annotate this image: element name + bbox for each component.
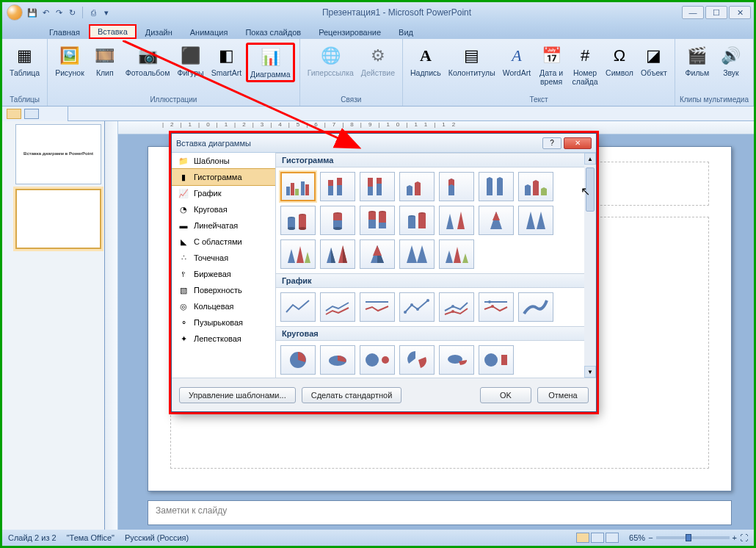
- tab-home[interactable]: Главная: [40, 26, 89, 39]
- symbol-button[interactable]: ΩСимвол: [603, 43, 636, 79]
- chart-type-clustered-cone[interactable]: [439, 206, 474, 235]
- zoom-slider[interactable]: [656, 536, 730, 539]
- qat-menu-icon[interactable]: ▾: [101, 7, 112, 18]
- cat-column[interactable]: ▮Гистограмма: [172, 168, 276, 186]
- chart-type-stacked-column[interactable]: [320, 172, 355, 201]
- cancel-button[interactable]: Отмена: [537, 387, 589, 403]
- tab-slideshow[interactable]: Показ слайдов: [236, 26, 310, 39]
- repeat-icon[interactable]: ↻: [67, 7, 77, 18]
- tab-view[interactable]: Вид: [390, 26, 422, 39]
- office-button[interactable]: [7, 4, 23, 21]
- cat-line[interactable]: 📈График: [172, 185, 275, 201]
- cat-pie[interactable]: ◔Круговая: [172, 201, 275, 217]
- cat-radar[interactable]: ✦Лепестковая: [172, 331, 275, 347]
- chart-type-clustered-cylinder[interactable]: [280, 206, 316, 235]
- cat-xy[interactable]: ∴Точечная: [172, 250, 275, 266]
- object-button[interactable]: ◪Объект: [638, 43, 670, 79]
- smartart-button[interactable]: ◧SmartArt: [208, 43, 244, 79]
- chart-type-3d-clustered-column[interactable]: [399, 172, 435, 201]
- slide-thumb-2[interactable]: [15, 189, 101, 249]
- chart-type-3d-100-stacked-column[interactable]: [479, 172, 514, 201]
- table-button[interactable]: ▦ Таблица: [7, 43, 43, 79]
- maximize-button[interactable]: ☐: [705, 6, 727, 19]
- minimize-button[interactable]: —: [682, 6, 704, 19]
- chart-type-3d-cone[interactable]: [280, 239, 316, 269]
- cat-templates[interactable]: 📁Шаблоны: [172, 153, 275, 169]
- chart-type-100-stacked-line[interactable]: [360, 292, 395, 322]
- cat-surface[interactable]: ▧Поверхность: [172, 282, 275, 298]
- set-default-button[interactable]: Сделать стандартной: [302, 387, 402, 403]
- chart-type-3d-stacked-column[interactable]: [439, 172, 474, 201]
- chart-type-3d-cylinder[interactable]: [399, 206, 435, 235]
- dialog-help-button[interactable]: ?: [542, 137, 561, 149]
- tab-insert[interactable]: Вставка: [89, 24, 137, 39]
- hyperlink-button[interactable]: 🌐Гиперссылка: [305, 43, 357, 79]
- dialog-close-button[interactable]: ✕: [564, 137, 592, 149]
- slide-thumb-1[interactable]: Вставка диаграмм в PowerPoint: [15, 124, 101, 184]
- view-normal-icon[interactable]: [576, 533, 589, 543]
- chart-type-stacked-cone[interactable]: [479, 206, 514, 235]
- save-icon[interactable]: 💾: [27, 7, 37, 18]
- view-sorter-icon[interactable]: [591, 533, 604, 543]
- cat-bubble[interactable]: ⚬Пузырьковая: [172, 314, 275, 331]
- cat-doughnut[interactable]: ◎Кольцевая: [172, 298, 275, 314]
- manage-templates-button[interactable]: Управление шаблонами...: [179, 387, 296, 403]
- print-icon[interactable]: ⎙: [88, 7, 98, 18]
- chart-type-line[interactable]: [280, 292, 316, 322]
- headerfooter-button[interactable]: ▤Колонтитулы: [446, 43, 498, 79]
- chart-type-3d-line[interactable]: [518, 292, 553, 322]
- view-show-icon[interactable]: [606, 533, 619, 543]
- svg-marker-46: [526, 212, 535, 229]
- cat-bar[interactable]: ▬Линейчатая: [172, 217, 275, 234]
- shapes-button[interactable]: ⬛Фигуры: [174, 43, 206, 79]
- movie-button[interactable]: 🎬Фильм: [681, 43, 713, 79]
- slides-view-button[interactable]: [7, 109, 21, 119]
- chart-type-bar-of-pie[interactable]: [479, 345, 514, 375]
- close-button[interactable]: ✕: [729, 6, 751, 19]
- chart-type-exploded-3d-pie[interactable]: [439, 345, 474, 375]
- action-button[interactable]: ⚙Действие: [358, 43, 398, 79]
- chart-button[interactable]: 📊Диаграмма: [246, 43, 295, 82]
- zoom-in-icon[interactable]: +: [733, 533, 737, 542]
- chart-type-100-stacked-cylinder[interactable]: [360, 206, 395, 235]
- textbox-button[interactable]: AНадпись: [407, 43, 444, 79]
- cat-stock[interactable]: ⫯Биржевая: [172, 266, 275, 282]
- zoom-fit-icon[interactable]: ⛶: [740, 533, 748, 542]
- cat-area[interactable]: ◣С областями: [172, 234, 275, 250]
- quick-access-toolbar: 💾 ↶ ↷ ↻ ⎙ ▾: [27, 7, 112, 18]
- chart-type-stacked-line-markers[interactable]: [439, 292, 474, 322]
- redo-icon[interactable]: ↷: [54, 7, 64, 18]
- chart-type-line-markers[interactable]: [399, 292, 435, 322]
- clip-button[interactable]: 🎞️Клип: [89, 43, 121, 79]
- chart-type-3d-column[interactable]: [518, 172, 553, 201]
- picture-button[interactable]: 🖼️Рисунок: [52, 43, 87, 79]
- chart-type-3d-pyramid[interactable]: [439, 239, 474, 269]
- outline-view-button[interactable]: [24, 109, 39, 119]
- wordart-button[interactable]: AWordArt: [500, 43, 534, 79]
- chart-type-exploded-pie[interactable]: [399, 345, 435, 375]
- tab-animation[interactable]: Анимация: [181, 26, 237, 39]
- datetime-button[interactable]: 📅Дата и время: [535, 43, 567, 87]
- slidenumber-button[interactable]: #Номер слайда: [569, 43, 601, 87]
- chart-type-3d-pie[interactable]: [320, 345, 355, 375]
- ok-button[interactable]: OK: [480, 387, 531, 403]
- zoom-out-icon[interactable]: −: [648, 533, 653, 542]
- tab-design[interactable]: Дизайн: [137, 26, 181, 39]
- tab-review[interactable]: Рецензирование: [310, 26, 390, 39]
- chart-type-100-stacked-cone[interactable]: [518, 206, 553, 235]
- undo-icon[interactable]: ↶: [40, 7, 51, 18]
- group-text: AНадпись ▤Колонтитулы AWordArt 📅Дата и в…: [403, 39, 675, 106]
- chart-type-stacked-cylinder[interactable]: [320, 206, 355, 235]
- sound-button[interactable]: 🔊Звук: [715, 43, 747, 79]
- chart-type-clustered-pyramid[interactable]: [320, 239, 355, 269]
- chart-type-pie-of-pie[interactable]: [360, 345, 395, 375]
- chart-type-100-stacked-line-markers[interactable]: [479, 292, 514, 322]
- chart-type-100-stacked-column[interactable]: [360, 172, 395, 201]
- chart-type-pie[interactable]: [280, 345, 316, 375]
- chart-type-stacked-line[interactable]: [320, 292, 355, 322]
- chart-type-100-stacked-pyramid[interactable]: [399, 239, 435, 269]
- notes-pane[interactable]: Заметки к слайду: [148, 500, 732, 525]
- photoalbum-button[interactable]: 📷Фотоальбом: [123, 43, 173, 79]
- chart-type-stacked-pyramid[interactable]: [360, 239, 395, 269]
- chart-type-clustered-column[interactable]: [280, 172, 316, 201]
